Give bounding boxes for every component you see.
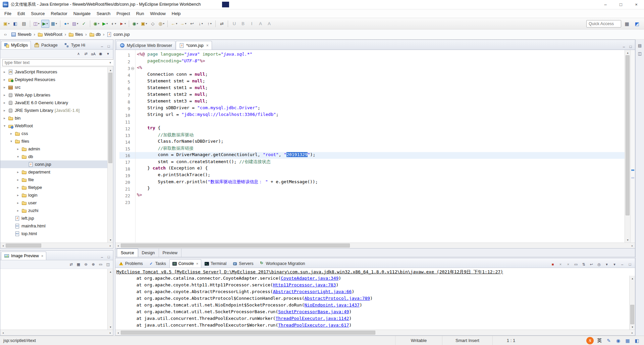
close-window-button[interactable]: × [629,0,644,9]
maximize-view-button[interactable]: □ [106,43,112,49]
tree-horizontal-scrollbar[interactable]: ◂ ▸ [0,243,113,248]
minimize-window-button[interactable]: – [598,0,613,9]
tree-item-javaee-6-0-generic-library[interactable]: ▸JavaEE 6.0 Generic Library [0,99,107,107]
stack-trace-link[interactable]: AbstractProcessorLight.java:66 [273,289,352,294]
toolbar-last-edit-location-button[interactable]: ↩ [188,20,196,28]
toolbar-run-myeclipse-server-button[interactable]: ▶▾ [41,20,49,28]
tree-item-webroot[interactable]: ▾WebRoot [0,122,107,130]
expand-arrow-icon[interactable]: ▸ [2,101,7,105]
breadcrumb-item-webroot[interactable]: WebRoot [36,31,64,38]
expand-arrow-icon[interactable]: ▸ [16,201,20,205]
console-tool-maximize-view-button[interactable]: □ [626,261,634,268]
console-tool-scroll-lock-button[interactable]: ⇅ [580,261,587,268]
expand-arrow-icon[interactable]: ▸ [16,209,20,212]
scrollbar-thumb[interactable] [630,305,634,324]
sogou-input-icon[interactable]: S [586,337,594,344]
view-tab-image-preview[interactable]: Image Preview × [1,252,46,260]
image-preview-vertical-scrollbar[interactable]: ▲ ▼ [107,269,113,330]
scroll-right-button[interactable]: ▸ [630,243,635,249]
minimize-view-button[interactable]: – [99,43,105,49]
scrollbar-thumb[interactable] [108,73,112,163]
explorer-tool-collapse-all-button[interactable]: ∧ [75,51,82,57]
input-toolbox-icon[interactable]: ◧ [633,337,641,344]
image-preview-tool-fit-window-button[interactable]: ▭ [97,261,104,268]
overview-occurrence-marker[interactable] [631,177,634,179]
breadcrumb-item-conn-jsp[interactable]: conn.jsp [105,31,131,38]
view-tab-workspace-migration[interactable]: Workspace Migration [257,259,308,268]
code-editor[interactable]: <%@ page language="java" import="java.sq… [136,50,625,243]
console-tool-terminate-button[interactable]: ■ [549,261,556,268]
view-tab-package[interactable]: Package [31,41,61,49]
scroll-left-button[interactable]: ◂ [115,330,121,336]
image-preview-tool-show-thumbnail-button[interactable]: ▦ [75,261,82,268]
toolbar-new-java-package-button[interactable]: ▣▾ [140,20,148,28]
console-tool-open-console-button[interactable]: ▾ [611,261,618,268]
image-preview-tool-zoom-in-button[interactable]: ⊕ [90,261,97,268]
scroll-down-button[interactable]: ▼ [630,324,635,330]
expand-arrow-icon[interactable]: ▸ [2,70,7,74]
close-view-icon[interactable]: × [196,262,198,266]
console-tool-word-wrap-button[interactable]: ↩ [588,261,595,268]
view-tab-myeclips[interactable]: MyEclips [1,41,31,49]
expand-arrow-icon[interactable]: ▸ [2,116,7,120]
console-tool-remove-all-terminated-button[interactable]: × [565,261,572,268]
breadcrumb-item-fileweb[interactable]: fileweb [9,31,33,38]
expand-arrow-icon[interactable]: ▾ [9,139,13,143]
toolbar-underline-button[interactable]: U [230,20,238,28]
minimized-view-button-1[interactable]: ▤ [637,42,643,49]
page-tab-design[interactable]: Design [138,249,159,257]
scroll-left-button[interactable]: ◂ [0,330,6,336]
view-tab-problems[interactable]: Problems [116,259,146,268]
myeclipse-perspective-button[interactable]: ◩ [633,20,641,28]
stack-trace-link[interactable]: SocketProcessorBase.java:49 [278,309,349,314]
stack-trace-link[interactable]: NioEndpoint.java:1437 [305,302,360,307]
scroll-up-button[interactable]: ▲ [625,50,631,55]
toolbar-font-smaller-button[interactable]: A [256,20,264,28]
toolbar-save-button[interactable]: ◧ [11,20,19,28]
toolbar-font-larger-button[interactable]: A [265,20,273,28]
explorer-tool-focus-button[interactable]: ◉ [97,51,104,57]
tree-item-src[interactable]: ▸src [0,83,107,91]
editor-tab-myeclipse-web-browser[interactable]: MyEclipse Web Browser [116,41,175,50]
minimize-view-button[interactable]: – [621,44,627,50]
toolbar-next-annotation-button[interactable]: ↓▾ [197,20,205,28]
menu-item-help[interactable]: Help [169,9,184,18]
expand-arrow-icon[interactable]: ▾ [16,155,20,158]
explorer-tool-link-with-editor-button[interactable]: ⇄ [82,51,90,57]
view-tab-servers[interactable]: Servers [230,259,256,268]
maximize-window-button[interactable]: □ [613,0,629,9]
console-tool-minimize-view-button[interactable]: – [619,261,626,268]
toolbar-run-button[interactable]: ▶▾ [101,20,109,28]
editor-vertical-scrollbar[interactable]: ▲ ▼ [625,50,630,243]
tree-item-web-app-libraries[interactable]: ▸Web App Libraries [0,91,107,99]
stack-trace-link[interactable]: Http11Processor.java:783 [273,282,336,287]
page-tab-source[interactable]: Source [117,249,138,257]
view-tab-type-hi[interactable]: Type Hi [61,41,88,49]
menu-item-source[interactable]: Source [28,9,48,18]
console-tool-remove-launch-button[interactable]: × [557,261,564,268]
scroll-down-button[interactable]: ▼ [108,324,113,330]
toolbar-new-button[interactable]: ▣▾ [2,20,10,28]
input-mic-icon[interactable]: ◉ [614,337,622,344]
input-language-icon[interactable]: 英 [596,337,603,344]
tree-item-css[interactable]: ▸css [0,130,107,137]
page-tab-preview[interactable]: Preview [159,249,181,257]
tree-item-files[interactable]: ▾files [0,137,107,145]
console-horizontal-scrollbar[interactable]: ◂ ▸ [115,330,635,335]
stack-trace-link[interactable]: AbstractProtocol.java:789 [305,296,370,301]
tree-item-login[interactable]: ▸login [0,191,107,199]
image-preview-tool-zoom-out-button[interactable]: ⊖ [82,261,90,268]
tree-item-jre-system-library[interactable]: ▸JRE System Library [JavaSE-1.6] [0,107,107,114]
toolbar-italic-button[interactable]: I [248,20,256,28]
console-tool-pin-console-button[interactable]: ◎ [595,261,603,268]
console-tool-display-selected-console-button[interactable]: ▾ [603,261,610,268]
minimized-view-button-2[interactable]: ◫ [637,50,643,57]
expand-arrow-icon[interactable]: ▸ [16,193,20,197]
editor-horizontal-scrollbar[interactable]: ◂ ▸ [115,243,635,248]
scroll-up-button[interactable]: ▲ [630,276,635,281]
tree-item-file[interactable]: ▸file [0,176,107,184]
toolbar-image-designer-button[interactable]: ▨▾ [71,20,79,28]
scroll-down-button[interactable]: ▼ [108,237,113,243]
view-tab-tasks[interactable]: Tasks [146,259,169,268]
image-preview-tool-link-with-editor-button[interactable]: ⇄ [67,261,75,268]
